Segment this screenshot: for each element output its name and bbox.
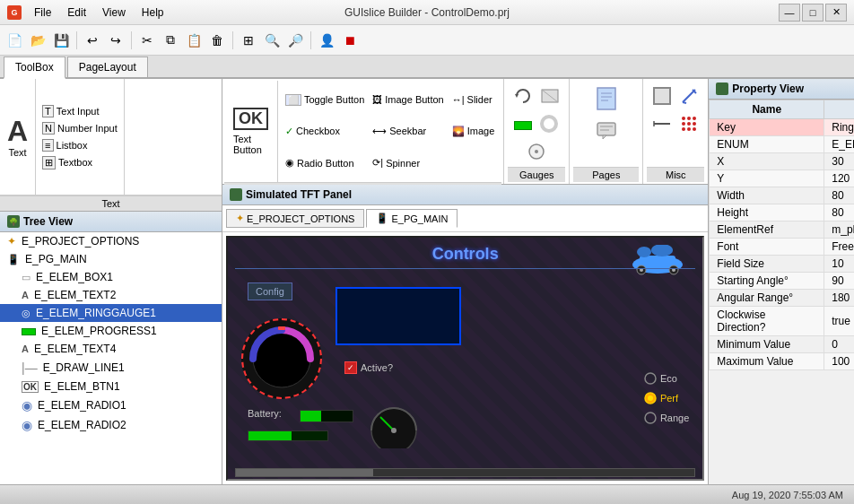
menu-edit[interactable]: Edit: [60, 4, 93, 21]
page-selected-item[interactable]: [594, 84, 619, 116]
prop-clockwise-value[interactable]: true: [824, 307, 854, 336]
prop-y-value[interactable]: 120: [824, 170, 854, 187]
tree-item-ringgauge1[interactable]: ◎ E_ELEM_RINGGAUGE1: [0, 304, 222, 322]
prop-value-header: Value: [824, 100, 854, 119]
prop-enum-value[interactable]: E_ELEM_RINGGAUGE1: [824, 136, 854, 153]
prop-height-name: Height: [710, 204, 824, 222]
tree-item-pg-main[interactable]: 📱 E_PG_MAIN: [0, 250, 222, 268]
stop-button[interactable]: ⏹: [339, 30, 361, 51]
redo-button[interactable]: ↪: [105, 30, 126, 51]
paste-button[interactable]: 📋: [183, 30, 205, 51]
tft-tab-project-opts[interactable]: ✦ E_PROJECT_OPTIONS: [226, 209, 364, 228]
property-header-icon: [716, 83, 728, 95]
toggle-button-item[interactable]: ⬜ Toggle Button: [282, 92, 368, 108]
image-btn-icon: 🖼: [372, 94, 382, 105]
prop-minval-value[interactable]: 0: [824, 336, 854, 353]
property-table: Name Value Key RingGauge$1 ENUM E_ELEM_R…: [709, 100, 854, 370]
prop-angrange-value[interactable]: 180: [824, 290, 854, 307]
prop-fieldsize-value[interactable]: 10: [824, 256, 854, 273]
prop-font-value[interactable]: FreeSans9pt7b: [824, 239, 854, 256]
tree-item-radio1[interactable]: ◉ E_ELEM_RADIO1: [0, 395, 222, 415]
spinner-item[interactable]: ⟳| Spinner: [369, 155, 447, 170]
circle-gauge-item[interactable]: [525, 140, 548, 163]
prop-x-value[interactable]: 30: [824, 153, 854, 170]
radio2-label: E_ELEM_RADIO2: [38, 419, 126, 431]
prop-elemref-value[interactable]: m_pElemXRingGauge1: [824, 222, 854, 239]
tree-item-radio2[interactable]: ◉ E_ELEM_RADIO2: [0, 415, 222, 435]
prop-key-value[interactable]: RingGauge$1: [824, 119, 854, 136]
number-input-item[interactable]: N Number Input: [39, 121, 120, 135]
minimize-button[interactable]: —: [779, 4, 800, 22]
open-button[interactable]: 📂: [27, 30, 48, 51]
tree-item-text4[interactable]: A E_ELEM_TEXT4: [0, 340, 222, 358]
undo-button[interactable]: ↩: [82, 30, 103, 51]
prop-height-value[interactable]: 80: [824, 204, 854, 222]
gauges-row1: [511, 84, 562, 110]
tft-radio-perf: Perf: [644, 392, 689, 404]
green-bar-gauge-item[interactable]: [512, 112, 534, 138]
listbox-item[interactable]: ≡ Listbox: [39, 138, 120, 152]
tft-tab-pg-main[interactable]: 📱 E_PG_MAIN: [366, 209, 458, 228]
text-big-button[interactable]: A Text: [0, 79, 36, 195]
comment-item[interactable]: [594, 119, 619, 145]
text-input-item[interactable]: T Text Input: [39, 104, 120, 118]
tree-item-progress1[interactable]: E_ELEM_PROGRESS1: [0, 322, 222, 340]
tft-panel: Simulated TFT Panel ✦ E_PROJECT_OPTIONS …: [222, 185, 708, 484]
box-misc-item[interactable]: [650, 84, 674, 110]
copy-button[interactable]: ⧉: [160, 30, 181, 51]
ok-btn-container[interactable]: OK Text Button: [224, 81, 278, 182]
user-button[interactable]: 👤: [316, 30, 337, 51]
prop-fieldsize-name: Field Size: [710, 256, 824, 273]
image-button-item[interactable]: 🖼 Image Button: [369, 92, 447, 107]
maximize-button[interactable]: □: [802, 4, 824, 22]
prop-row-maxval: Maximum Value 100: [710, 353, 854, 370]
ring-gauge-item[interactable]: [537, 112, 561, 138]
radio-button-item[interactable]: ◉ Radio Button: [282, 155, 368, 170]
tft-tab-page-icon: 📱: [376, 213, 388, 224]
new-button[interactable]: 📄: [4, 30, 25, 51]
rotate-gauge-item[interactable]: [511, 84, 535, 110]
tab-pagelayout[interactable]: PageLayout: [67, 56, 148, 77]
prop-startangle-value[interactable]: 90: [824, 273, 854, 290]
grid-button[interactable]: ⊞: [238, 30, 259, 51]
tree-item-box1[interactable]: ▭ E_ELEM_BOX1: [0, 268, 222, 286]
tree-item-btn1[interactable]: OK E_ELEM_BTN1: [0, 378, 222, 395]
menu-file[interactable]: File: [27, 4, 58, 21]
textbox-item[interactable]: ⊞ Textbox: [39, 155, 120, 170]
menu-help[interactable]: Help: [135, 4, 171, 21]
save-button[interactable]: 💾: [50, 30, 72, 51]
close-button[interactable]: ✕: [825, 4, 847, 22]
image-rect-item[interactable]: [538, 84, 562, 110]
seekbar-item[interactable]: ⟷ Seekbar: [369, 124, 447, 139]
tft-tab-pg-main-label: E_PG_MAIN: [391, 213, 448, 224]
line-misc-item[interactable]: [650, 112, 674, 138]
zoom-in-button[interactable]: 🔍: [261, 30, 283, 51]
center-panel: OK Text Button ⬜ Toggle Button 🖼 Image B…: [222, 79, 709, 484]
prop-maxval-value[interactable]: 100: [824, 353, 854, 370]
tft-scrollbar[interactable]: [235, 468, 695, 477]
tree-item-line1[interactable]: |— E_DRAW_LINE1: [0, 358, 222, 378]
prop-row-key: Key RingGauge$1: [710, 119, 854, 136]
delete-button[interactable]: 🗑: [206, 30, 228, 51]
listbox-label: Listbox: [57, 140, 88, 151]
svg-point-23: [682, 122, 685, 126]
prop-width-value[interactable]: 80: [824, 187, 854, 204]
tree-item-text2[interactable]: A E_ELEM_TEXT2: [0, 286, 222, 304]
image-item[interactable]: 🌄 Image: [449, 124, 499, 139]
tft-config-btn[interactable]: Config: [248, 282, 292, 300]
dot-grid-item[interactable]: [677, 112, 701, 138]
tree-item-project-options[interactable]: ✦ E_PROJECT_OPTIONS: [0, 232, 222, 250]
tab-toolbox[interactable]: ToolBox: [4, 56, 65, 79]
number-input-label: Number Input: [57, 123, 118, 134]
prop-enum-name: ENUM: [710, 136, 824, 153]
slider-item[interactable]: ↔| Slider: [449, 92, 499, 107]
tft-needle-gauge-svg: [362, 395, 425, 448]
toolbox-items-row: A Text T Text Input N Number Input: [0, 79, 222, 196]
pencil-item[interactable]: [677, 84, 701, 110]
checkbox-item[interactable]: ✓ Checkbox: [282, 124, 368, 139]
prop-row-clockwise: Clockwise Direction? true: [710, 307, 854, 336]
menu-view[interactable]: View: [95, 4, 133, 21]
zoom-out-button[interactable]: 🔎: [284, 30, 306, 51]
prop-row-minval: Minimum Value 0: [710, 336, 854, 353]
cut-button[interactable]: ✂: [136, 30, 158, 51]
